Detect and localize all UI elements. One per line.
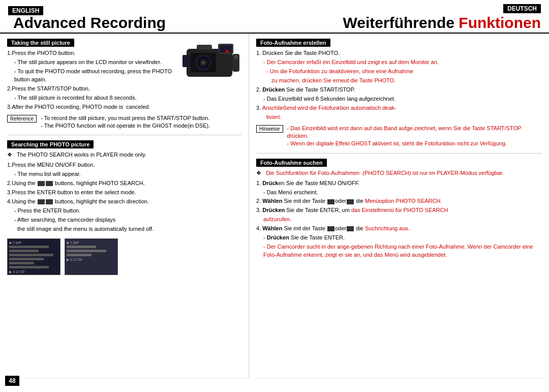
section-foto-aufnahme: Foto-Aufnahme erstellen 1. Drücken Sie d… xyxy=(256,39,542,148)
lcd-screen-right: ■ 7:30P ▶ 3:17:00 xyxy=(65,238,118,275)
de-s-step-3a: aufzurufen. xyxy=(256,216,542,224)
lcd-line-r1 xyxy=(67,246,96,248)
col-right: Foto-Aufnahme erstellen 1. Drücken Sie d… xyxy=(249,34,549,378)
de-s-step-1a: - Das Menü erscheint. xyxy=(256,189,542,197)
lcd-line-5 xyxy=(9,262,34,264)
searching-steps: 1.Press the MENU ON/OFF button. - The me… xyxy=(7,161,241,235)
svg-rect-8 xyxy=(197,45,212,50)
svg-point-10 xyxy=(234,55,238,59)
suchen-intro: ❖ Die Suchfunktion für Foto-Aufnahmen (P… xyxy=(256,169,542,177)
hinweise-label: Hinweise xyxy=(256,125,283,133)
hinweise-line-2: - Wenn der digitale Effekt GHOST aktivie… xyxy=(287,140,542,147)
photo-search-images: ■ 7:30P ▶ 3:17:00 ■ 7:30P xyxy=(7,238,241,275)
section-divider-left xyxy=(7,135,241,135)
main-content: Taking the still picture xyxy=(0,34,549,378)
de-step-1: 1. Drücken Sie die Taste PHOTO. xyxy=(256,49,542,57)
de-step-1b: - Um die Fotofunktion zu deaktivieren, o… xyxy=(256,68,542,76)
step-2: 2.Press the START/STOP button. xyxy=(7,85,241,93)
lcd-lines-right: ■ 7:30P ▶ 3:17:00 xyxy=(65,239,117,264)
suchen-intro-text: ❖ Die Suchfunktion für Foto-Aufnahmen (P… xyxy=(256,169,542,177)
s-step-1a: - The menu list will appear. xyxy=(7,170,241,178)
s-step-4b: - After searching, the camcorder display… xyxy=(7,216,241,224)
section-divider-right xyxy=(256,153,542,154)
ref-line-2: - The PHOTO function will not operate in… xyxy=(41,122,210,130)
reference-box: Reference - To record the still picture,… xyxy=(7,114,241,130)
de-s-step-2: 2. Wählen Sie mit der Taste oder die Men… xyxy=(256,197,542,205)
section-title-searching: Searching the PHOTO picture xyxy=(7,140,94,148)
de-step-3: 3. Anschließend wird die Fotofunktion au… xyxy=(256,104,542,112)
s-step-4a: - Press the ENTER button. xyxy=(7,207,241,215)
lcd-footer-right: ▶ 3:17:00 xyxy=(67,258,116,262)
page-number: 48 xyxy=(5,376,19,386)
lcd-header-left: ■ 7:30P xyxy=(9,241,58,245)
de-step-1a: - Der Camcorder erfaßt ein Einzelbild un… xyxy=(256,58,542,67)
step-3: 3.After the PHOTO recording, PHOTO mode … xyxy=(7,103,241,111)
ref-line-1: - To record the still picture, you must … xyxy=(41,114,210,122)
searching-intro-text: ❖ The PHOTO SEARCH works in PLAYER mode … xyxy=(7,151,241,159)
s-step-1: 1.Press the MENU ON/OFF button. xyxy=(7,161,241,169)
title-german-plain: Weiterführende xyxy=(343,14,459,31)
lcd-line-2 xyxy=(9,250,39,252)
de-s-step-4: 4. Wählen Sie mit der Taste oder die Suc… xyxy=(256,225,542,233)
lcd-line-3 xyxy=(9,254,53,256)
btn-icon-de-left2 xyxy=(327,226,334,231)
foto-steps: 1. Drücken Sie die Taste PHOTO. - Der Ca… xyxy=(256,49,542,122)
searching-intro: ❖ The PHOTO SEARCH works in PLAYER mode … xyxy=(7,151,241,159)
s-step-3: 3.Press the ENTER button to enter the se… xyxy=(7,189,241,197)
section-searching-photo: Searching the PHOTO picture ❖ The PHOTO … xyxy=(7,140,241,275)
btn-icon-right2 xyxy=(46,199,53,204)
de-step-1c: zu machen, drücken Sie erneut die Taste … xyxy=(256,77,542,85)
hinweise-box: Hinweise - Das Einzelbild wird erst dann… xyxy=(256,125,542,148)
section-title-suchen: Foto-Aufnahme suchen xyxy=(256,159,327,167)
lcd-line-1 xyxy=(9,246,49,248)
section-foto-suchen: Foto-Aufnahme suchen ❖ Die Suchfunktion … xyxy=(256,159,542,259)
step-2a: - The still picture is recorded for abou… xyxy=(7,94,241,102)
de-s-step-1: 1. Drücken Sie die Taste MENU ON/OFF. xyxy=(256,179,542,188)
lcd-screen-left: ■ 7:30P ▶ 3:17:00 xyxy=(7,238,60,275)
title-german-red: Funktionen xyxy=(459,14,541,31)
btn-icon-de-left xyxy=(327,199,334,204)
svg-point-5 xyxy=(202,61,205,64)
search-steps-block: 1.Press the MENU ON/OFF button. - The me… xyxy=(7,161,241,233)
lcd-line-6 xyxy=(9,266,49,268)
header: ENGLISH Advanced Recording DEUTSCH Weite… xyxy=(0,0,549,34)
s-step-4c: the still image and the menu is automati… xyxy=(7,225,241,233)
page-footer: 48 xyxy=(0,378,549,392)
page: ENGLISH Advanced Recording DEUTSCH Weite… xyxy=(0,0,549,392)
de-step-2a: - Das Einzelbild wird 8 Sekunden lang au… xyxy=(256,95,542,103)
section-title-taking: Taking the still picture xyxy=(7,39,74,47)
title-german: Weiterführende Funktionen xyxy=(343,14,541,32)
btn-icon-de-right xyxy=(347,199,354,204)
hinweise-line-1: - Das Einzelbild wird erst dann auf das … xyxy=(287,125,542,140)
de-step-3a: tiviert. xyxy=(256,113,542,122)
lang-badge-deutsch: DEUTSCH xyxy=(503,4,541,13)
btn-icon-right xyxy=(46,181,53,186)
btn-icon-left2 xyxy=(38,199,45,204)
searching-content: 1.Press the MENU ON/OFF button. - The me… xyxy=(7,161,241,235)
reference-text: - To record the still picture, you must … xyxy=(41,114,210,130)
reference-label: Reference xyxy=(7,115,37,123)
title-deutsch-wrap: DEUTSCH Weiterführende Funktionen xyxy=(343,4,541,33)
lcd-line-4 xyxy=(9,258,44,260)
camera-image-area xyxy=(181,39,241,84)
svg-point-11 xyxy=(226,50,229,53)
s-step-2: 2.Using the buttons, highlight PHOTO SEA… xyxy=(7,179,241,188)
svg-rect-12 xyxy=(182,55,191,67)
svg-rect-7 xyxy=(220,45,232,52)
section-taking-still: Taking the still picture xyxy=(7,39,241,130)
btn-icon-left xyxy=(38,181,45,186)
btn-icon-de-right2 xyxy=(347,226,354,231)
lcd-line-r2 xyxy=(67,250,106,252)
s-step-4: 4.Using the buttons, highlight the searc… xyxy=(7,198,241,206)
de-s-step-4a: - Drücken Sie die Taste ENTER. xyxy=(256,234,542,242)
lcd-header-right: ■ 7:30P xyxy=(67,241,116,245)
de-step-2: 2. Drücken Sie die Taste START/STOP. xyxy=(256,86,542,94)
hinweise-text: - Das Einzelbild wird erst dann auf das … xyxy=(287,125,542,148)
suchen-steps: 1. Drücken Sie die Taste MENU ON/OFF. - … xyxy=(256,179,542,259)
col-left: Taking the still picture xyxy=(0,34,249,378)
lcd-footer-left: ▶ 3:17:00 xyxy=(9,270,58,274)
de-s-step-4b: - Der Camcorder sucht in der ange-gebene… xyxy=(256,243,542,259)
lcd-line-r3 xyxy=(67,254,92,256)
de-s-step-3: 3. Drücken Sie die Taste ENTER, um das E… xyxy=(256,206,542,215)
camera-svg xyxy=(181,39,241,83)
